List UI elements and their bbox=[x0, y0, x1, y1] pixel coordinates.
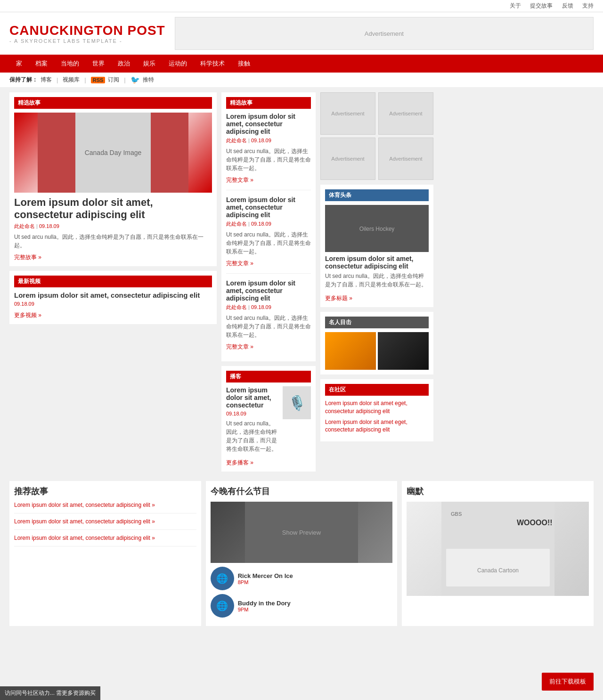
main-content: 精选故事 Canada Day Image Lorem ipsum dolor … bbox=[0, 88, 603, 631]
nav-item-entertainment[interactable]: 娱乐 bbox=[137, 55, 162, 73]
video-more-link[interactable]: 更多视频 » bbox=[14, 311, 41, 319]
show-time-1: 8PM bbox=[238, 579, 293, 585]
recommended-item-1[interactable]: Lorem ipsum dolor sit amet, consectetur … bbox=[14, 502, 196, 513]
sports-title: Lorem ipsum dolor sit amet, consectetur … bbox=[325, 255, 429, 270]
featured-byline: 此处命名 | 09.18.09 bbox=[14, 223, 212, 230]
follow-twitter[interactable]: 推特 bbox=[143, 76, 154, 84]
header: CANUCKINGTON POST - A SKYROCKET LABS TEM… bbox=[0, 12, 603, 55]
ad-box-3: Advertisement bbox=[320, 138, 375, 180]
humor-title: 幽默 bbox=[407, 486, 589, 497]
svg-text:Show Preview: Show Preview bbox=[282, 529, 321, 536]
celebrity-section-header: 名人目击 bbox=[325, 317, 429, 328]
sports-image: Oilers Hockey bbox=[325, 205, 429, 252]
nav-item-contact[interactable]: 接触 bbox=[231, 55, 257, 73]
svg-text:Oilers Hockey: Oilers Hockey bbox=[359, 226, 395, 232]
nav-item-world[interactable]: 世界 bbox=[86, 55, 111, 73]
svg-text:WOOOO!!: WOOOO!! bbox=[517, 519, 553, 527]
blog-more-link[interactable]: 更多播客 » bbox=[226, 459, 253, 467]
community-link-1[interactable]: Lorem ipsum dolor sit amet eget, consect… bbox=[325, 399, 429, 415]
recommended-item-2[interactable]: Lorem ipsum dolor sit amet, consectetur … bbox=[14, 518, 196, 530]
show-name-1: Rick Mercer On Ice bbox=[238, 572, 293, 579]
blog-title: Lorem ipsum dolor sit amet, consectetur bbox=[226, 386, 279, 409]
follow-rss[interactable]: 订阅 bbox=[108, 76, 119, 84]
svg-text:Canada Day Image: Canada Day Image bbox=[85, 149, 142, 156]
story1-title: Lorem ipsum dolor sit amet, consectetur … bbox=[226, 113, 311, 135]
tonight-image: Show Preview bbox=[211, 502, 393, 563]
humor-image: GBS WOOOO!! Canada Cartoon bbox=[407, 502, 589, 596]
nav-item-archive[interactable]: 档案 bbox=[29, 55, 54, 73]
nav-item-politics[interactable]: 政治 bbox=[111, 55, 137, 73]
show-icon-1: 🌐 bbox=[211, 567, 234, 590]
blog-section-header: 播客 bbox=[226, 371, 311, 383]
tonight-title: 今晚有什么节目 bbox=[211, 486, 393, 497]
blog-inner: Lorem ipsum dolor sit amet, consectetur … bbox=[226, 386, 311, 467]
top-bar: 关于 提交故事 反馈 支持 bbox=[0, 0, 603, 12]
nav-item-sports[interactable]: 运动的 bbox=[162, 55, 194, 73]
nav-item-local[interactable]: 当地的 bbox=[54, 55, 86, 73]
logo-subtitle: - A SKYROCKET LABS TEMPLATE - bbox=[9, 38, 165, 44]
featured-read-more[interactable]: 完整故事 » bbox=[14, 254, 41, 260]
show-item-1: 🌐 Rick Mercer On Ice 8PM bbox=[211, 567, 393, 590]
follow-video[interactable]: 视频库 bbox=[63, 76, 80, 84]
nav-item-home[interactable]: 家 bbox=[9, 55, 29, 73]
blog-section: 播客 Lorem ipsum dolor sit amet, consectet… bbox=[221, 366, 316, 472]
story2-byline: 此处命名 | 09.18.09 bbox=[226, 220, 311, 228]
ad-box-1: Advertisement bbox=[320, 92, 375, 135]
show-info-2: Buddy in the Dory 9PM bbox=[238, 600, 291, 612]
rss-badge: RSS bbox=[91, 77, 106, 83]
tonight-section: 今晚有什么节目 Show Preview 🌐 Rick Mercer On Ic… bbox=[206, 481, 398, 626]
sports-section: 体育头条 Oilers Hockey Lorem ipsum dolor sit… bbox=[320, 185, 433, 307]
svg-rect-1 bbox=[38, 113, 75, 193]
story2-body: Ut sed arcu nulla。因此，选择生命纯粹是为了自愿，而只是将生命联… bbox=[226, 230, 311, 256]
ad-box-2: Advertisement bbox=[378, 92, 433, 135]
community-link-2[interactable]: Lorem ipsum dolor sit amet eget, consect… bbox=[325, 418, 429, 434]
header-advertisement: Advertisement bbox=[175, 17, 594, 50]
topbar-link-support[interactable]: 支持 bbox=[582, 2, 594, 9]
recommended-item-3[interactable]: Lorem ipsum dolor sit amet, consectetur … bbox=[14, 535, 196, 546]
follow-blog[interactable]: 博客 bbox=[41, 76, 52, 84]
ad-box-4: Advertisement bbox=[378, 138, 433, 180]
blog-date: 09.18.09 bbox=[226, 411, 279, 416]
bottom-area: 推荐故事 Lorem ipsum dolor sit amet, consect… bbox=[9, 481, 594, 626]
featured-title: Lorem ipsum dolor sit amet, consectetur … bbox=[14, 196, 212, 221]
topbar-link-about[interactable]: 关于 bbox=[510, 2, 521, 9]
blog-body: Ut sed arcu nulla。因此，选择生命纯粹是为了自愿，而只是将生命联… bbox=[226, 419, 279, 453]
story2-read-more[interactable]: 完整文章 » bbox=[226, 260, 253, 267]
navigation: 家 档案 当地的 世界 政治 娱乐 运动的 科学技术 接触 bbox=[0, 55, 603, 73]
featured-image: Canada Day Image bbox=[14, 113, 212, 193]
center-column: 精选故事 Lorem ipsum dolor sit amet, consect… bbox=[221, 92, 316, 476]
sports-more-link[interactable]: 更多标题 » bbox=[325, 294, 352, 302]
logo-area: CANUCKINGTON POST - A SKYROCKET LABS TEM… bbox=[9, 23, 165, 44]
story1-body: Ut sed arcu nulla。因此，选择生命纯粹是为了自愿，而只是将生命联… bbox=[226, 147, 311, 172]
content-area: 精选故事 Canada Day Image Lorem ipsum dolor … bbox=[9, 92, 594, 476]
center-section-header: 精选故事 bbox=[226, 97, 311, 109]
sports-body: Ut sed arcu nulla。因此，选择生命纯粹是为了自愿，而只是将生命联… bbox=[325, 272, 429, 289]
show-info-1: Rick Mercer On Ice 8PM bbox=[238, 572, 293, 585]
show-time-2: 9PM bbox=[238, 607, 291, 612]
center-story-2: Lorem ipsum dolor sit amet, consectetur … bbox=[226, 196, 311, 274]
celebrity-images bbox=[325, 332, 429, 370]
follow-bar: 保持了解： 博客 | 视频库 | RSS 订阅 | 🐦 推特 bbox=[0, 73, 603, 88]
svg-text:Canada Cartoon: Canada Cartoon bbox=[477, 567, 519, 574]
recommended-section: 推荐故事 Lorem ipsum dolor sit amet, consect… bbox=[9, 481, 201, 626]
story1-read-more[interactable]: 完整文章 » bbox=[226, 177, 253, 183]
nav-item-tech[interactable]: 科学技术 bbox=[194, 55, 231, 73]
story3-read-more[interactable]: 完整文章 » bbox=[226, 343, 253, 350]
recommended-title: 推荐故事 bbox=[14, 486, 196, 497]
story3-title: Lorem ipsum dolor sit amet, consectetur … bbox=[226, 279, 311, 302]
right-column: Advertisement Advertisement Advertisemen… bbox=[320, 92, 433, 476]
celeb-image-1 bbox=[325, 332, 376, 370]
center-story-3: Lorem ipsum dolor sit amet, consectetur … bbox=[226, 279, 311, 357]
video-date: 09.18.09 bbox=[14, 301, 212, 307]
topbar-link-submit[interactable]: 提交故事 bbox=[530, 2, 553, 9]
center-stories-section: 精选故事 Lorem ipsum dolor sit amet, consect… bbox=[221, 92, 316, 361]
show-icon-2: 🌐 bbox=[211, 594, 234, 618]
community-section: 在社区 Lorem ipsum dolor sit amet eget, con… bbox=[320, 379, 433, 441]
sports-section-header: 体育头条 bbox=[325, 189, 429, 201]
story3-body: Ut sed arcu nulla。因此，选择生命纯粹是为了自愿，而只是将生命联… bbox=[226, 314, 311, 339]
featured-body: Ut sed arcu nulla。因此，选择生命纯粹是为了自愿，而只是将生命联… bbox=[14, 233, 212, 250]
logo-title: CANUCKINGTON POST bbox=[9, 23, 165, 38]
topbar-link-feedback[interactable]: 反馈 bbox=[562, 2, 573, 9]
celebrity-section: 名人目击 bbox=[320, 312, 433, 374]
story3-byline: 此处命名 | 09.18.09 bbox=[226, 304, 311, 311]
